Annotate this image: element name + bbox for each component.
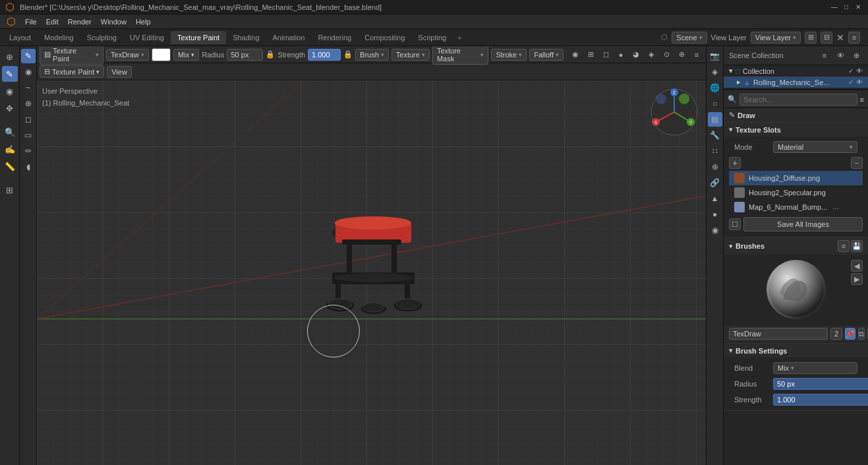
add-texture-btn[interactable]: + <box>729 157 741 169</box>
outliner-eye-btn[interactable]: 👁 <box>834 49 847 62</box>
tab-sculpting[interactable]: Sculpting <box>80 31 123 44</box>
rolling-seat-item[interactable]: ▸ ▲ Rolling_Mechanic_Se... ✓ 👁 <box>724 77 868 88</box>
screen-btn[interactable]: ⊞ <box>805 32 817 44</box>
tool-smear[interactable]: ~ <box>21 80 36 95</box>
collection-render-icon[interactable]: 👁 <box>856 67 863 75</box>
sidebar-icon-annotate[interactable]: ✍ <box>2 141 18 157</box>
tool-gradient[interactable]: ◖ <box>21 160 36 174</box>
tab-modeling[interactable]: Modeling <box>38 31 80 44</box>
collection-visibility-icon[interactable]: ✓ <box>848 67 854 75</box>
view-layer-selector[interactable]: View Layer <box>751 32 801 44</box>
brush-pin-btn[interactable]: 📌 <box>845 328 855 340</box>
viewport[interactable]: ▤ Texture Paint ▾ TexDraw ▾ Mix ▾ Radius… <box>37 46 706 465</box>
tab-compositing[interactable]: Compositing <box>358 31 411 44</box>
tool-box[interactable]: ▭ <box>21 128 36 142</box>
viewport-solid-icon[interactable]: ● <box>614 48 627 61</box>
strength-lock-icon[interactable]: 🔒 <box>343 50 353 59</box>
maximize-button[interactable]: □ <box>842 3 851 12</box>
prop-object-icon[interactable]: ▤ <box>708 112 722 127</box>
tab-animation[interactable]: Animation <box>266 31 312 44</box>
color-swatch[interactable] <box>152 48 171 61</box>
rolling-visibility-icon[interactable]: ✓ <box>848 78 854 86</box>
prop-scene-settings-icon[interactable]: 🌐 <box>708 80 722 95</box>
texture-slots-header[interactable]: ▾ Texture Slots <box>724 123 868 137</box>
tool-clone[interactable]: ⊕ <box>21 96 36 111</box>
prop-data-icon[interactable]: ▲ <box>708 191 722 206</box>
stroke-dropdown[interactable]: Stroke <box>491 49 527 61</box>
prop-physics-icon[interactable]: ⊕ <box>708 160 722 174</box>
radius-prop-input[interactable] <box>773 378 868 390</box>
menu-window[interactable]: Window <box>97 16 130 27</box>
viewport-material-icon[interactable]: ◕ <box>629 48 643 61</box>
viewport-overlay-icon[interactable]: ⊞ <box>584 48 597 61</box>
strength-input[interactable] <box>308 49 341 61</box>
prop-renderlayer-icon[interactable]: ◈ <box>708 65 722 79</box>
brush-save-btn[interactable]: 💾 <box>851 240 863 252</box>
prop-texture-icon[interactable]: ◉ <box>708 223 722 237</box>
minimize-button[interactable]: — <box>830 3 839 12</box>
viewport-shading-icon[interactable]: ◉ <box>569 48 582 61</box>
add-workspace-button[interactable]: + <box>453 30 466 46</box>
close-workspace-btn[interactable]: ✕ <box>836 32 844 43</box>
tool-fill[interactable]: ◉ <box>21 65 36 79</box>
outliner-filter-btn[interactable]: ≡ <box>818 49 831 62</box>
viewport-canvas[interactable]: User Perspective (1) Rolling_Mechanic_Se… <box>37 80 706 465</box>
filter-icon[interactable]: ≡ <box>690 48 703 61</box>
tab-shading[interactable]: Shading <box>226 31 266 44</box>
sidebar-icon-view[interactable]: ◉ <box>2 83 18 99</box>
prop-modifiers-icon[interactable]: 🔧 <box>708 128 722 142</box>
tab-uv-editing[interactable]: UV Editing <box>123 31 171 44</box>
brush-name-input[interactable] <box>729 328 828 340</box>
brushes-header[interactable]: ▾ Brushes ≡ 💾 <box>724 237 868 255</box>
blend-dropdown[interactable]: Mix <box>773 362 857 374</box>
mode-select-btn[interactable]: ⊟ Texture Paint ▾ <box>40 65 104 78</box>
sidebar-icon-add[interactable]: ⊞ <box>2 182 18 198</box>
brush-settings-header[interactable]: ▾ Brush Settings <box>724 344 868 357</box>
menu-edit[interactable]: Edit <box>42 16 63 27</box>
sidebar-icon-paint[interactable]: ✎ <box>2 66 18 82</box>
remove-texture-btn[interactable]: − <box>851 157 863 169</box>
sidebar-icon-measure[interactable]: 📏 <box>2 158 18 174</box>
tool-annotate[interactable]: ✏ <box>21 144 36 158</box>
menu-help[interactable]: Help <box>132 16 155 27</box>
prop-particles-icon[interactable]: ∷ <box>708 144 722 158</box>
close-button[interactable]: ✕ <box>854 3 863 12</box>
snap-icon[interactable]: ⊕ <box>675 48 688 61</box>
blend-btn[interactable]: Mix ▾ <box>173 49 199 61</box>
mode-dropdown[interactable]: Material <box>773 141 857 153</box>
prop-material-icon[interactable]: ● <box>708 207 722 222</box>
brush-name-btn[interactable]: TexDraw ▾ <box>106 49 149 61</box>
draw-section-header[interactable]: ✎ Draw <box>724 108 868 122</box>
tool-erase[interactable]: ◻ <box>21 112 36 127</box>
texture-item-1[interactable]: Housing2_Diffuse.png <box>729 171 863 185</box>
falloff-dropdown[interactable]: Falloff <box>529 49 564 61</box>
save-checkbox[interactable]: ☐ <box>729 218 741 230</box>
tool-draw[interactable]: ✎ <box>21 49 36 63</box>
brush-list-view-btn[interactable]: ≡ <box>838 240 850 252</box>
scene-selector[interactable]: Scene <box>672 32 707 44</box>
texture-mask-dropdown[interactable]: Texture Mask <box>432 46 489 65</box>
titlebar-controls[interactable]: — □ ✕ <box>830 3 863 12</box>
gizmo[interactable]: Z Y X <box>648 86 701 139</box>
sidebar-icon-search[interactable]: 🔍 <box>2 124 18 140</box>
tab-rendering[interactable]: Rendering <box>311 31 358 44</box>
texture-item-3[interactable]: Map_6_Normal_Bump... … <box>729 200 863 214</box>
menu-file[interactable]: File <box>21 16 41 27</box>
viewport-render-icon[interactable]: ◈ <box>645 48 658 61</box>
brush-next-btn[interactable]: ▶ <box>851 273 863 285</box>
radius-input[interactable] <box>227 49 263 61</box>
proportional-icon[interactable]: ⊙ <box>660 48 673 61</box>
screen-maximize-btn[interactable]: ⊟ <box>821 32 832 44</box>
tab-layout[interactable]: Layout <box>3 31 38 44</box>
brush-prev-btn[interactable]: ◀ <box>851 260 863 272</box>
outliner-settings-btn[interactable]: ⊕ <box>850 49 863 62</box>
viewport-wire-icon[interactable]: ◻ <box>599 48 612 61</box>
texture-item-2[interactable]: Housing2_Specular.png <box>729 185 863 200</box>
view-btn[interactable]: View <box>107 66 132 78</box>
sidebar-icon-cursor[interactable]: ⊕ <box>2 49 18 65</box>
brush-dropdown[interactable]: Brush <box>355 49 389 61</box>
collection-item[interactable]: ▾ □ Collection ✓ 👁 <box>724 65 868 77</box>
viewport-mode-btn[interactable]: ▤ Texture Paint ▾ <box>40 46 103 65</box>
prop-world-icon[interactable]: ○ <box>708 96 722 111</box>
menu-render[interactable]: Render <box>64 16 96 27</box>
